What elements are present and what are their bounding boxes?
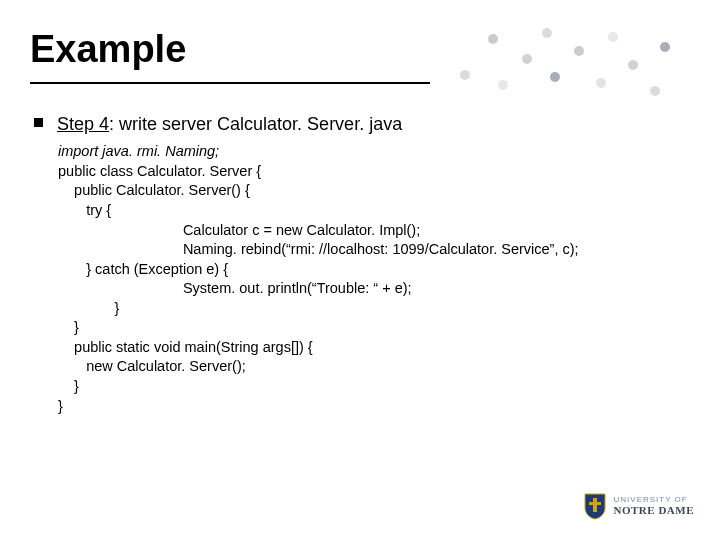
logo-line2: NOTRE DAME [614, 504, 694, 517]
code-line: } [58, 378, 79, 394]
code-line: Calculator c = new Calculator. Impl(); [58, 222, 420, 238]
code-line: try { [58, 202, 111, 218]
slide: Example Step 4: write server Calculator.… [0, 0, 720, 540]
code-line: } catch (Exception e) { [58, 261, 228, 277]
code-line: } [58, 398, 63, 414]
slide-title: Example [30, 28, 186, 71]
code-line: import java. rmi. Naming; [58, 143, 219, 159]
dot-icon [628, 60, 638, 70]
code-line: new Calculator. Server(); [58, 358, 246, 374]
dot-icon [498, 80, 508, 90]
decorative-dots [450, 20, 690, 110]
step-rest: : write server Calculator. Server. java [109, 114, 402, 134]
step-label: Step 4 [57, 114, 109, 134]
dot-icon [596, 78, 606, 88]
dot-icon [574, 46, 584, 56]
dot-icon [488, 34, 498, 44]
content-area: Step 4: write server Calculator. Server.… [34, 112, 690, 416]
code-line: public Calculator. Server() { [58, 182, 250, 198]
code-line: Naming. rebind(“rmi: //localhost: 1099/C… [58, 241, 579, 257]
svg-rect-1 [589, 502, 601, 505]
title-underline [30, 82, 430, 84]
code-line: } [58, 300, 119, 316]
dot-icon [550, 72, 560, 82]
shield-icon [584, 492, 606, 520]
code-line: public static void main(String args[]) { [58, 339, 313, 355]
logo-text: UNIVERSITY OF NOTRE DAME [614, 495, 694, 517]
code-line: public class Calculator. Server { [58, 163, 261, 179]
dot-icon [522, 54, 532, 64]
dot-icon [460, 70, 470, 80]
university-logo: UNIVERSITY OF NOTRE DAME [584, 492, 694, 520]
code-line: } [58, 319, 79, 335]
step-heading: Step 4: write server Calculator. Server.… [34, 112, 690, 136]
dot-icon [660, 42, 670, 52]
bullet-icon [34, 118, 43, 127]
code-block: import java. rmi. Naming; public class C… [58, 142, 690, 416]
logo-line1: UNIVERSITY OF [614, 495, 694, 504]
code-line: System. out. println(“Trouble: “ + e); [58, 280, 412, 296]
dot-icon [608, 32, 618, 42]
step-text: Step 4: write server Calculator. Server.… [57, 112, 402, 136]
dot-icon [542, 28, 552, 38]
dot-icon [650, 86, 660, 96]
